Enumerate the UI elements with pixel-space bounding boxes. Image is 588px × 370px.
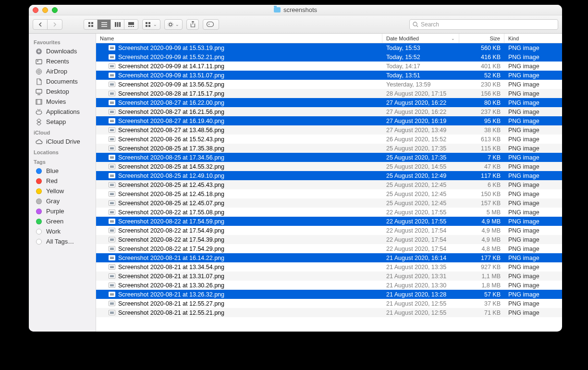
sidebar-item-work[interactable]: Work	[29, 226, 96, 236]
column-date[interactable]: Date Modified⌄	[382, 34, 459, 43]
file-row[interactable]: Screenshot 2020-08-25 at 17.34.56.png25 …	[96, 153, 562, 162]
file-date: 21 August 2020, 13:28	[382, 291, 459, 298]
file-row[interactable]: Screenshot 2020-08-21 at 13.34.54.png21 …	[96, 262, 562, 271]
file-row[interactable]: Screenshot 2020-08-21 at 12.55.27.png21 …	[96, 299, 562, 308]
action-button[interactable]: ⌄	[164, 19, 183, 30]
file-name-cell: Screenshot 2020-08-21 at 13.34.54.png	[96, 264, 382, 271]
file-name: Screenshot 2020-08-25 at 14.55.32.png	[118, 163, 224, 170]
sidebar-item-red[interactable]: Red	[29, 176, 96, 186]
file-size: 613 KB	[459, 136, 504, 143]
file-row[interactable]: Screenshot 2020-08-21 at 12.55.21.png21 …	[96, 308, 562, 317]
back-button[interactable]	[33, 20, 48, 29]
file-row[interactable]: Screenshot 2020-08-21 at 13.30.26.png21 …	[96, 281, 562, 290]
arrange-button[interactable]: ⌄	[142, 19, 160, 30]
file-row[interactable]: Screenshot 2020-08-27 at 13.48.56.png27 …	[96, 125, 562, 135]
file-rows[interactable]: Screenshot 2020-09-09 at 15.53.19.pngTod…	[96, 43, 562, 332]
file-row[interactable]: Screenshot 2020-08-27 at 16.21.56.png27 …	[96, 107, 562, 116]
file-name-cell: Screenshot 2020-08-27 at 16.21.56.png	[96, 109, 382, 115]
file-row[interactable]: Screenshot 2020-08-25 at 12.45.18.png25 …	[96, 189, 562, 198]
column-name[interactable]: Name	[96, 34, 382, 43]
download-icon	[35, 48, 43, 55]
file-row[interactable]: Screenshot 2020-09-09 at 13.51.07.pngTod…	[96, 71, 562, 80]
sidebar-item-downloads[interactable]: Downloads	[29, 46, 96, 56]
file-date: Today, 13:51	[382, 72, 459, 79]
sidebar-item-yellow[interactable]: Yellow	[29, 186, 96, 196]
sidebar-item-airdrop[interactable]: AirDrop	[29, 66, 96, 76]
search-input[interactable]: Search	[409, 19, 558, 30]
sidebar-item-applications[interactable]: Applications	[29, 107, 96, 117]
file-name: Screenshot 2020-08-21 at 16.14.22.png	[118, 255, 224, 261]
share-icon	[190, 21, 196, 27]
tag-icon	[207, 22, 215, 27]
gallery-view-button[interactable]	[124, 20, 138, 29]
recents-icon	[35, 58, 43, 65]
sidebar-item-recents[interactable]: Recents	[29, 56, 96, 66]
file-row[interactable]: Screenshot 2020-08-27 at 16.19.40.png27 …	[96, 116, 562, 125]
sidebar-item-desktop[interactable]: Desktop	[29, 86, 96, 97]
file-row[interactable]: Screenshot 2020-08-22 at 17.55.08.png22 …	[96, 208, 562, 217]
svg-rect-10	[128, 22, 134, 25]
column-view-button[interactable]	[111, 20, 124, 29]
sidebar-item-all-tags-[interactable]: All Tags…	[29, 236, 96, 247]
file-kind: PNG image	[504, 154, 562, 161]
file-row[interactable]: Screenshot 2020-09-09 at 15.53.19.pngTod…	[96, 43, 562, 52]
close-button[interactable]	[33, 7, 38, 13]
file-row[interactable]: Screenshot 2020-08-25 at 12.45.43.png25 …	[96, 180, 562, 189]
file-row[interactable]: Screenshot 2020-08-22 at 17.54.29.png22 …	[96, 244, 562, 253]
file-row[interactable]: Screenshot 2020-09-09 at 13.56.52.pngYes…	[96, 80, 562, 89]
file-name-cell: Screenshot 2020-08-27 at 16.22.00.png	[96, 99, 382, 106]
sidebar-item-setapp[interactable]: Setapp	[29, 117, 96, 127]
zoom-button[interactable]	[52, 7, 58, 13]
file-row[interactable]: Screenshot 2020-08-27 at 16.22.00.png27 …	[96, 98, 562, 107]
search-icon	[413, 22, 418, 27]
file-kind: PNG image	[504, 127, 562, 134]
sidebar-item-icloud-drive[interactable]: iCloud Drive	[29, 136, 96, 147]
column-kind[interactable]: Kind	[504, 34, 562, 43]
file-row[interactable]: Screenshot 2020-08-28 at 17.15.17.png28 …	[96, 89, 562, 98]
file-row[interactable]: Screenshot 2020-08-21 at 13.31.07.png21 …	[96, 271, 562, 281]
sidebar-header: iCloud	[29, 127, 96, 136]
file-row[interactable]: Screenshot 2020-08-25 at 12.45.07.png25 …	[96, 198, 562, 208]
file-size: 157 KB	[459, 200, 504, 207]
sidebar-header: Tags	[29, 156, 96, 166]
sidebar-header: Favourites	[29, 37, 96, 46]
tags-button[interactable]	[203, 19, 219, 30]
file-size: 177 KB	[459, 255, 504, 261]
file-date: 22 August 2020, 17:54	[382, 227, 459, 234]
file-row[interactable]: Screenshot 2020-08-22 at 17.54.49.png22 …	[96, 226, 562, 235]
tag-dot	[35, 178, 43, 185]
icon-view-button[interactable]	[84, 20, 98, 29]
sidebar-item-blue[interactable]: Blue	[29, 166, 96, 176]
sidebar-item-documents[interactable]: Documents	[29, 76, 96, 86]
file-row[interactable]: Screenshot 2020-09-09 at 14.17.11.pngTod…	[96, 62, 562, 71]
file-date: 26 August 2020, 15:52	[382, 136, 459, 143]
sidebar-item-movies[interactable]: Movies	[29, 97, 96, 107]
file-row[interactable]: Screenshot 2020-08-25 at 17.35.38.png25 …	[96, 144, 562, 153]
minimize-button[interactable]	[42, 7, 48, 13]
sidebar-item-label: Blue	[46, 167, 59, 174]
sidebar-item-purple[interactable]: Purple	[29, 206, 96, 216]
column-size[interactable]: Size	[459, 34, 504, 43]
file-date: 25 August 2020, 12:45	[382, 182, 459, 188]
file-size: 4,9 MB	[459, 236, 504, 243]
file-thumbnail-icon	[109, 292, 115, 297]
sidebar-item-gray[interactable]: Gray	[29, 196, 96, 206]
list-view-button[interactable]	[98, 20, 111, 29]
file-row[interactable]: Screenshot 2020-08-21 at 13.26.32.png21 …	[96, 290, 562, 299]
file-name-cell: Screenshot 2020-08-25 at 14.55.32.png	[96, 163, 382, 170]
file-kind: PNG image	[504, 45, 562, 51]
file-name: Screenshot 2020-08-25 at 17.34.56.png	[118, 154, 224, 161]
file-row[interactable]: Screenshot 2020-08-22 at 17.54.59.png22 …	[96, 217, 562, 226]
file-row[interactable]: Screenshot 2020-08-26 at 15.52.43.png26 …	[96, 135, 562, 144]
svg-rect-2	[88, 25, 90, 27]
file-row[interactable]: Screenshot 2020-08-25 at 12.49.10.png25 …	[96, 171, 562, 180]
file-kind: PNG image	[504, 282, 562, 289]
file-row[interactable]: Screenshot 2020-08-21 at 16.14.22.png21 …	[96, 253, 562, 262]
forward-button[interactable]	[48, 20, 62, 29]
file-row[interactable]: Screenshot 2020-08-25 at 14.55.32.png25 …	[96, 162, 562, 171]
share-button[interactable]	[186, 19, 199, 30]
sidebar-item-green[interactable]: Green	[29, 216, 96, 226]
file-row[interactable]: Screenshot 2020-08-22 at 17.54.39.png22 …	[96, 235, 562, 244]
file-row[interactable]: Screenshot 2020-09-09 at 15.52.21.pngTod…	[96, 52, 562, 62]
file-name-cell: Screenshot 2020-08-25 at 17.35.38.png	[96, 145, 382, 152]
